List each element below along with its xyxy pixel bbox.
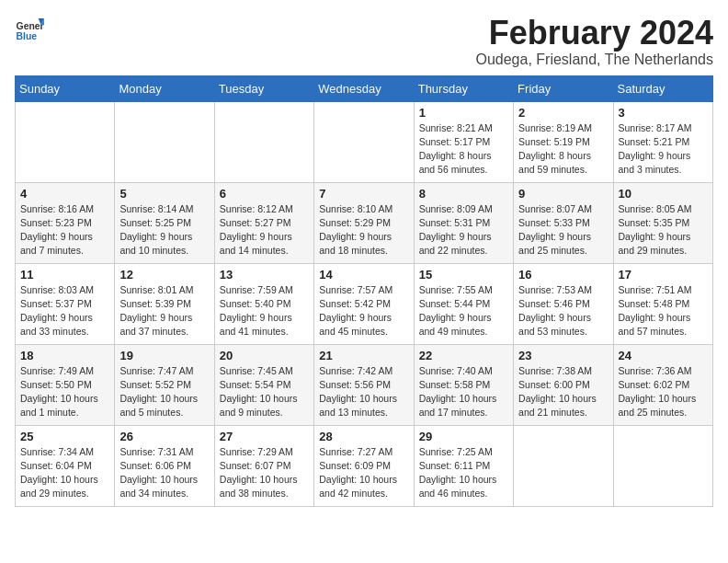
calendar-cell: 24Sunrise: 7:36 AM Sunset: 6:02 PM Dayli…	[613, 344, 712, 425]
calendar-cell: 8Sunrise: 8:09 AM Sunset: 5:31 PM Daylig…	[414, 182, 513, 263]
cell-day-number: 2	[518, 106, 608, 120]
calendar-cell: 5Sunrise: 8:14 AM Sunset: 5:25 PM Daylig…	[115, 182, 214, 263]
cell-day-number: 26	[119, 430, 209, 443]
calendar-cell	[214, 101, 313, 182]
calendar-cell: 29Sunrise: 7:25 AM Sunset: 6:11 PM Dayli…	[414, 425, 513, 506]
calendar-cell	[16, 101, 115, 182]
calendar-cell: 11Sunrise: 8:03 AM Sunset: 5:37 PM Dayli…	[16, 263, 115, 344]
weekday-header-saturday: Saturday	[613, 75, 712, 101]
cell-info-text: Sunrise: 7:27 AM Sunset: 6:09 PM Dayligh…	[319, 445, 408, 501]
cell-info-text: Sunrise: 7:57 AM Sunset: 5:42 PM Dayligh…	[319, 283, 408, 339]
cell-day-number: 12	[119, 268, 209, 282]
cell-day-number: 15	[419, 268, 508, 282]
cell-info-text: Sunrise: 8:03 AM Sunset: 5:37 PM Dayligh…	[20, 283, 109, 339]
cell-info-text: Sunrise: 8:01 AM Sunset: 5:39 PM Dayligh…	[119, 283, 209, 339]
cell-info-text: Sunrise: 7:31 AM Sunset: 6:06 PM Dayligh…	[119, 445, 209, 501]
cell-day-number: 10	[619, 187, 708, 201]
cell-day-number: 20	[220, 349, 309, 362]
cell-day-number: 5	[119, 187, 209, 201]
cell-day-number: 3	[619, 106, 708, 120]
cell-day-number: 6	[220, 187, 309, 201]
cell-day-number: 14	[319, 268, 408, 282]
calendar-cell	[115, 101, 214, 182]
cell-info-text: Sunrise: 7:40 AM Sunset: 5:58 PM Dayligh…	[419, 364, 508, 420]
cell-info-text: Sunrise: 7:59 AM Sunset: 5:40 PM Dayligh…	[220, 283, 309, 339]
calendar-week-row: 11Sunrise: 8:03 AM Sunset: 5:37 PM Dayli…	[16, 263, 713, 344]
calendar-week-row: 1Sunrise: 8:21 AM Sunset: 5:17 PM Daylig…	[16, 101, 713, 182]
calendar-cell: 18Sunrise: 7:49 AM Sunset: 5:50 PM Dayli…	[16, 344, 115, 425]
calendar-cell: 13Sunrise: 7:59 AM Sunset: 5:40 PM Dayli…	[214, 263, 313, 344]
cell-info-text: Sunrise: 8:17 AM Sunset: 5:21 PM Dayligh…	[619, 121, 708, 178]
cell-day-number: 29	[419, 430, 508, 443]
cell-info-text: Sunrise: 7:34 AM Sunset: 6:04 PM Dayligh…	[20, 445, 109, 501]
weekday-header-monday: Monday	[115, 75, 214, 101]
title-block: February 2024 Oudega, Friesland, The Net…	[475, 15, 713, 68]
weekday-header-tuesday: Tuesday	[214, 75, 313, 101]
cell-info-text: Sunrise: 8:09 AM Sunset: 5:31 PM Dayligh…	[419, 202, 508, 259]
cell-day-number: 24	[619, 349, 708, 362]
calendar-cell: 2Sunrise: 8:19 AM Sunset: 5:19 PM Daylig…	[514, 101, 613, 182]
calendar-cell: 3Sunrise: 8:17 AM Sunset: 5:21 PM Daylig…	[613, 101, 712, 182]
cell-day-number: 18	[20, 349, 109, 362]
cell-info-text: Sunrise: 7:29 AM Sunset: 6:07 PM Dayligh…	[220, 445, 309, 501]
cell-info-text: Sunrise: 8:19 AM Sunset: 5:19 PM Dayligh…	[518, 121, 608, 178]
cell-info-text: Sunrise: 7:36 AM Sunset: 6:02 PM Dayligh…	[619, 364, 708, 420]
calendar-cell: 14Sunrise: 7:57 AM Sunset: 5:42 PM Dayli…	[314, 263, 414, 344]
calendar-cell: 21Sunrise: 7:42 AM Sunset: 5:56 PM Dayli…	[314, 344, 414, 425]
cell-day-number: 13	[220, 268, 309, 282]
cell-day-number: 23	[518, 349, 608, 362]
cell-info-text: Sunrise: 7:38 AM Sunset: 6:00 PM Dayligh…	[518, 364, 608, 420]
cell-day-number: 22	[419, 349, 508, 362]
cell-info-text: Sunrise: 7:42 AM Sunset: 5:56 PM Dayligh…	[319, 364, 408, 420]
cell-info-text: Sunrise: 7:51 AM Sunset: 5:48 PM Dayligh…	[619, 283, 708, 339]
cell-day-number: 21	[319, 349, 408, 362]
cell-info-text: Sunrise: 8:16 AM Sunset: 5:23 PM Dayligh…	[20, 202, 109, 259]
calendar-table: SundayMondayTuesdayWednesdayThursdayFrid…	[15, 75, 713, 507]
cell-day-number: 28	[319, 430, 408, 443]
calendar-cell: 17Sunrise: 7:51 AM Sunset: 5:48 PM Dayli…	[613, 263, 712, 344]
weekday-header-row: SundayMondayTuesdayWednesdayThursdayFrid…	[16, 75, 713, 101]
calendar-cell: 26Sunrise: 7:31 AM Sunset: 6:06 PM Dayli…	[115, 425, 214, 506]
calendar-cell: 4Sunrise: 8:16 AM Sunset: 5:23 PM Daylig…	[16, 182, 115, 263]
calendar-cell: 9Sunrise: 8:07 AM Sunset: 5:33 PM Daylig…	[514, 182, 613, 263]
cell-info-text: Sunrise: 8:10 AM Sunset: 5:29 PM Dayligh…	[319, 202, 408, 259]
cell-day-number: 11	[20, 268, 109, 282]
calendar-cell	[613, 425, 712, 506]
cell-info-text: Sunrise: 8:12 AM Sunset: 5:27 PM Dayligh…	[220, 202, 309, 259]
cell-info-text: Sunrise: 8:21 AM Sunset: 5:17 PM Dayligh…	[419, 121, 508, 178]
calendar-week-row: 25Sunrise: 7:34 AM Sunset: 6:04 PM Dayli…	[16, 425, 713, 506]
cell-day-number: 7	[319, 187, 408, 201]
weekday-header-wednesday: Wednesday	[314, 75, 414, 101]
cell-day-number: 9	[518, 187, 608, 201]
cell-info-text: Sunrise: 8:14 AM Sunset: 5:25 PM Dayligh…	[119, 202, 209, 259]
cell-info-text: Sunrise: 7:55 AM Sunset: 5:44 PM Dayligh…	[419, 283, 508, 339]
calendar-cell: 28Sunrise: 7:27 AM Sunset: 6:09 PM Dayli…	[314, 425, 414, 506]
calendar-cell: 1Sunrise: 8:21 AM Sunset: 5:17 PM Daylig…	[414, 101, 513, 182]
weekday-header-friday: Friday	[514, 75, 613, 101]
calendar-week-row: 18Sunrise: 7:49 AM Sunset: 5:50 PM Dayli…	[16, 344, 713, 425]
cell-day-number: 25	[20, 430, 109, 443]
calendar-cell: 10Sunrise: 8:05 AM Sunset: 5:35 PM Dayli…	[613, 182, 712, 263]
svg-text:Blue: Blue	[17, 31, 38, 41]
cell-info-text: Sunrise: 7:49 AM Sunset: 5:50 PM Dayligh…	[20, 364, 109, 420]
svg-text:General: General	[17, 21, 44, 31]
logo-icon: General Blue	[15, 15, 44, 44]
calendar-cell: 12Sunrise: 8:01 AM Sunset: 5:39 PM Dayli…	[115, 263, 214, 344]
cell-info-text: Sunrise: 7:25 AM Sunset: 6:11 PM Dayligh…	[419, 445, 508, 501]
cell-day-number: 1	[419, 106, 508, 120]
calendar-cell: 23Sunrise: 7:38 AM Sunset: 6:00 PM Dayli…	[514, 344, 613, 425]
cell-info-text: Sunrise: 7:45 AM Sunset: 5:54 PM Dayligh…	[220, 364, 309, 420]
calendar-cell: 19Sunrise: 7:47 AM Sunset: 5:52 PM Dayli…	[115, 344, 214, 425]
cell-day-number: 17	[619, 268, 708, 282]
cell-info-text: Sunrise: 8:05 AM Sunset: 5:35 PM Dayligh…	[619, 202, 708, 259]
cell-info-text: Sunrise: 7:53 AM Sunset: 5:46 PM Dayligh…	[518, 283, 608, 339]
calendar-cell	[314, 101, 414, 182]
weekday-header-thursday: Thursday	[414, 75, 513, 101]
calendar-cell: 7Sunrise: 8:10 AM Sunset: 5:29 PM Daylig…	[314, 182, 414, 263]
calendar-cell: 6Sunrise: 8:12 AM Sunset: 5:27 PM Daylig…	[214, 182, 313, 263]
calendar-cell: 25Sunrise: 7:34 AM Sunset: 6:04 PM Dayli…	[16, 425, 115, 506]
cell-info-text: Sunrise: 7:47 AM Sunset: 5:52 PM Dayligh…	[119, 364, 209, 420]
cell-day-number: 4	[20, 187, 109, 201]
calendar-cell	[514, 425, 613, 506]
logo: General Blue	[15, 15, 44, 44]
